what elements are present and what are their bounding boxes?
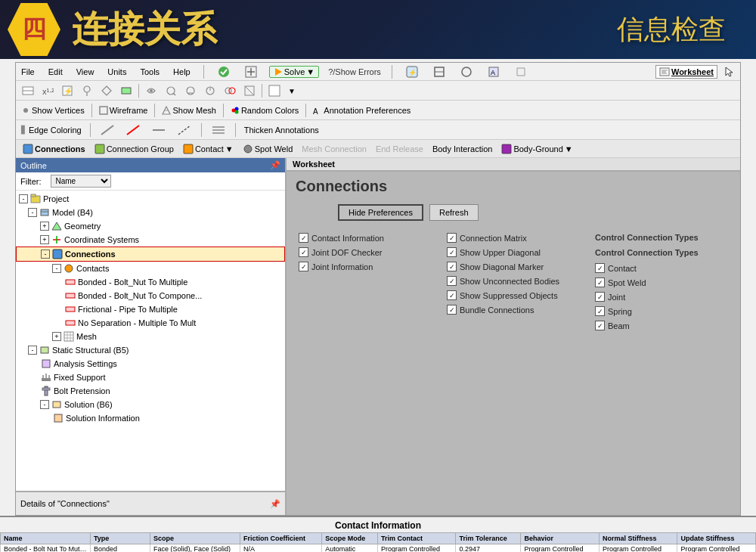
tb2-icon2[interactable]: x¹·² — [39, 82, 57, 99]
expand-coord[interactable]: + — [40, 235, 49, 244]
tb2-icon8[interactable] — [162, 82, 180, 99]
menu-tools[interactable]: Tools — [138, 67, 162, 77]
expand-connections[interactable]: - — [41, 250, 50, 259]
pref-joint-type-check[interactable]: ✓ — [595, 292, 605, 302]
pref-spring-type-check[interactable]: ✓ — [595, 306, 605, 316]
col-type[interactable]: Type — [90, 533, 150, 544]
filter-select[interactable]: Name — [51, 175, 111, 188]
pref-spotweld-type[interactable]: ✓ Spot Weld — [595, 278, 728, 287]
solve-button[interactable]: Solve ▼ — [269, 66, 319, 78]
tb2-icon3[interactable]: ⚡ — [58, 82, 76, 99]
wireframe-btn[interactable]: Wireframe — [97, 105, 150, 116]
col-friction[interactable]: Friction Coefficient — [240, 533, 321, 544]
conn-tab-contact[interactable]: Contact ▼ — [179, 143, 237, 155]
expand-solution[interactable]: - — [40, 400, 49, 409]
expand-model[interactable]: - — [28, 208, 37, 217]
conn-tab-connections[interactable]: Connections — [19, 143, 89, 155]
col-behavior[interactable]: Behavior — [521, 533, 600, 544]
expand-mesh[interactable]: + — [52, 332, 61, 341]
toolbar-icon-3[interactable] — [457, 64, 476, 80]
pref-conn-matrix-check[interactable]: ✓ — [447, 233, 457, 243]
pref-beam-type[interactable]: ✓ Beam — [595, 321, 728, 330]
pref-bundle-conn[interactable]: ✓ Bundle Connections — [447, 305, 580, 315]
tree-item-solinf[interactable]: Solution Information — [16, 411, 285, 425]
tree-item-mesh[interactable]: + Mesh — [16, 330, 285, 343]
pref-spotweld-type-check[interactable]: ✓ — [595, 278, 605, 287]
annotation-prefs-btn[interactable]: A Annotation Preferences — [311, 105, 413, 116]
pref-unconn-bodies[interactable]: ✓ Show Unconnected Bodies — [447, 276, 580, 286]
expand-contacts[interactable]: - — [52, 264, 61, 273]
thicken-annotations-btn[interactable]: Thicken Annotations — [242, 125, 321, 135]
tree-item-analysis[interactable]: Analysis Settings — [16, 357, 285, 371]
cursor-icon[interactable] — [720, 64, 737, 80]
pref-upper-diag-check[interactable]: ✓ — [447, 247, 457, 257]
pref-joint-type[interactable]: ✓ Joint — [595, 292, 728, 302]
tree-item-project[interactable]: - Project — [16, 192, 285, 206]
line-tool-3[interactable] — [148, 122, 169, 138]
show-errors-button[interactable]: ?/Show Errors — [328, 67, 381, 76]
tree-item-bolt[interactable]: Bolt Pretension — [16, 384, 285, 398]
tree-item-contacts[interactable]: - Contacts — [16, 262, 285, 275]
tree-item-fixed[interactable]: Fixed Support — [16, 371, 285, 384]
tree-item-model[interactable]: - Model (B4) — [16, 206, 285, 219]
tree-item-geometry[interactable]: + Geometry — [16, 219, 285, 233]
tree-item-bonded2[interactable]: Bonded - Bolt_Nut To Compone... — [16, 289, 285, 302]
pref-joint-info-check[interactable]: ✓ — [299, 262, 308, 271]
pref-contact-info[interactable]: ✓ Contact Information — [299, 233, 432, 243]
menu-file[interactable]: File — [19, 67, 37, 77]
menu-view[interactable]: View — [74, 67, 97, 77]
toolbar-icon-1[interactable]: ⚡ — [403, 64, 421, 80]
tb2-icon5[interactable] — [98, 82, 116, 99]
pref-joint-info[interactable]: ✓ Joint Information — [299, 262, 432, 271]
pref-contact-type[interactable]: ✓ Contact — [595, 263, 728, 273]
tb2-icon1[interactable] — [19, 82, 37, 99]
col-scope[interactable]: Scope — [150, 533, 240, 544]
pref-conn-matrix[interactable]: ✓ Connection Matrix — [447, 233, 580, 243]
pref-unconn-bodies-check[interactable]: ✓ — [447, 276, 457, 286]
tree-item-coord[interactable]: + Coordinate Systems — [16, 233, 285, 247]
tree-area[interactable]: - Project - Model (B4) — [16, 191, 285, 491]
measure-tool[interactable] — [174, 122, 195, 138]
col-trim[interactable]: Trim Contact — [377, 533, 456, 544]
worksheet-content[interactable]: Connections Hide Preferences Refresh ✓ C… — [287, 172, 740, 515]
pref-contact-info-check[interactable]: ✓ — [299, 233, 308, 243]
tb2-icon4[interactable] — [78, 82, 96, 99]
pref-bundle-conn-check[interactable]: ✓ — [447, 305, 457, 315]
conn-tab-bodyground[interactable]: Body-Ground ▼ — [497, 143, 576, 155]
col-name[interactable]: Name — [1, 533, 91, 544]
tree-item-connections[interactable]: - Connections — [16, 247, 285, 262]
tree-item-solution[interactable]: - Solution (B6) — [16, 398, 285, 411]
tree-item-static[interactable]: - Static Structural (B5) — [16, 343, 285, 357]
pref-suppressed-obj[interactable]: ✓ Show Suppressed Objects — [447, 290, 580, 300]
tb2-icon7[interactable] — [142, 82, 160, 99]
col-scope-mode[interactable]: Scope Mode — [322, 533, 378, 544]
outline-pin[interactable]: 📌 — [270, 160, 280, 170]
tb2-icon6[interactable] — [117, 82, 135, 99]
plus-icon[interactable] — [242, 64, 260, 80]
menu-edit[interactable]: Edit — [46, 67, 65, 77]
table-row[interactable]: Bonded - Bolt Nut To MutipleBondedFace (… — [1, 544, 756, 553]
expand-geometry[interactable]: + — [40, 222, 49, 231]
check-icon[interactable] — [215, 64, 233, 80]
pref-spring-type[interactable]: ✓ Spring — [595, 306, 728, 316]
toolbar-icon-4[interactable]: A — [485, 64, 503, 80]
conn-tab-spotweld[interactable]: Spot Weld — [239, 143, 297, 155]
conn-tab-bodyinteraction[interactable]: Body Interaction — [429, 144, 497, 154]
menu-help[interactable]: Help — [171, 67, 193, 77]
tree-item-bonded1[interactable]: Bonded - Bolt_Nut To Multiple — [16, 275, 285, 289]
refresh-button[interactable]: Refresh — [429, 204, 479, 221]
tb2-icon12[interactable] — [240, 82, 259, 99]
pref-joint-dof[interactable]: ✓ Joint DOF Checker — [299, 247, 432, 257]
worksheet-button[interactable]: Worksheet — [655, 65, 717, 79]
pref-beam-type-check[interactable]: ✓ — [595, 321, 605, 330]
col-trim-tol[interactable]: Trim Tolerance — [456, 533, 521, 544]
show-mesh-btn[interactable]: Show Mesh — [160, 105, 218, 116]
pref-diag-marker[interactable]: ✓ Show Diagonal Marker — [447, 262, 580, 271]
pref-upper-diag[interactable]: ✓ Show Upper Diagonal — [447, 247, 580, 257]
col-update-stiff[interactable]: Update Stiffness — [677, 533, 756, 544]
tb2-icon9[interactable] — [181, 82, 200, 99]
toolbar-icon-5[interactable] — [512, 64, 530, 80]
tb2-icon10[interactable] — [201, 82, 219, 99]
conn-tab-group[interactable]: Connection Group — [91, 143, 178, 155]
edge-coloring-btn[interactable]: ▋ Edge Coloring — [19, 125, 84, 135]
